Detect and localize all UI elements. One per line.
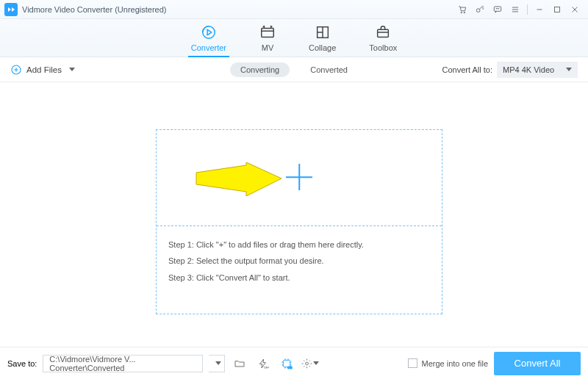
- svg-rect-9: [262, 29, 274, 37]
- footer: Save to: C:\Vidmore\Vidmore V... Convert…: [0, 347, 588, 379]
- step-2: Step 2: Select the output format you des…: [168, 256, 430, 267]
- status-tabs: Converting Converted: [230, 62, 358, 77]
- convert-all-to: Convert All to: MP4 4K Video: [442, 62, 578, 78]
- minimize-button[interactable]: [531, 1, 548, 18]
- tab-converter[interactable]: Converter: [191, 24, 226, 57]
- tab-collage[interactable]: Collage: [309, 24, 336, 57]
- svg-text:ON: ON: [288, 366, 293, 369]
- separator: [157, 225, 442, 226]
- converted-tab[interactable]: Converted: [300, 62, 358, 77]
- svg-point-6: [498, 8, 499, 9]
- content-area: Step 1: Click "+" to add files or drag t…: [0, 82, 588, 342]
- lightning-off-button[interactable]: OFF: [254, 355, 272, 372]
- chevron-down-icon: [215, 361, 221, 365]
- svg-point-1: [464, 12, 465, 13]
- title-bar: Vidmore Video Converter (Unregistered): [0, 0, 588, 19]
- save-to-label: Save to:: [7, 359, 37, 368]
- svg-point-5: [498, 8, 498, 9]
- tab-label: Converter: [191, 43, 226, 52]
- merge-checkbox[interactable]: [408, 358, 417, 368]
- chevron-down-icon: [313, 361, 319, 365]
- merge-option[interactable]: Merge into one file: [408, 358, 489, 368]
- svg-rect-11: [378, 29, 389, 37]
- menu-icon[interactable]: [506, 1, 524, 18]
- svg-point-4: [496, 8, 497, 9]
- svg-point-17: [306, 362, 309, 365]
- svg-point-0: [461, 12, 462, 13]
- convert-all-to-label: Convert All to:: [442, 65, 492, 74]
- settings-button[interactable]: [301, 355, 319, 372]
- cart-icon[interactable]: [453, 1, 471, 18]
- tab-label: MV: [262, 43, 274, 52]
- tab-mv[interactable]: MV: [259, 24, 276, 57]
- tab-label: Toolbox: [369, 43, 397, 52]
- close-button[interactable]: [566, 1, 584, 18]
- gpu-on-button[interactable]: ON: [278, 355, 295, 372]
- convert-all-button[interactable]: Convert All: [494, 352, 581, 375]
- tutorial-arrow-icon: [195, 162, 283, 196]
- tab-toolbox[interactable]: Toolbox: [369, 24, 397, 57]
- drop-zone[interactable]: Step 1: Click "+" to add files or drag t…: [156, 129, 442, 314]
- tab-label: Collage: [309, 43, 336, 52]
- chevron-down-icon: [69, 68, 75, 71]
- step-1: Step 1: Click "+" to add files or drag t…: [168, 239, 430, 250]
- add-files-button[interactable]: Add Files: [10, 64, 75, 76]
- maximize-button[interactable]: [548, 1, 566, 18]
- main-tabs: Converter MV Collage Toolbox: [0, 19, 588, 57]
- feedback-icon[interactable]: [489, 1, 506, 18]
- chevron-down-icon: [566, 68, 572, 71]
- format-value: MP4 4K Video: [503, 65, 554, 74]
- save-path-input[interactable]: C:\Vidmore\Vidmore V... Converter\Conver…: [43, 355, 203, 372]
- svg-text:OFF: OFF: [264, 366, 269, 369]
- save-path-value: C:\Vidmore\Vidmore V... Converter\Conver…: [49, 355, 196, 372]
- window-title: Vidmore Video Converter (Unregistered): [22, 5, 166, 14]
- save-path-dropdown[interactable]: [209, 355, 225, 372]
- svg-marker-13: [196, 162, 282, 196]
- app-logo: [4, 3, 18, 16]
- svg-rect-7: [555, 7, 560, 12]
- key-icon[interactable]: [471, 1, 489, 18]
- output-format-select[interactable]: MP4 4K Video: [497, 62, 578, 78]
- svg-point-2: [476, 8, 480, 12]
- open-folder-button[interactable]: [231, 355, 248, 372]
- toolbar: Add Files Converting Converted Convert A…: [0, 57, 588, 82]
- step-3: Step 3: Click "Convert All" to start.: [168, 272, 430, 284]
- converting-tab[interactable]: Converting: [230, 62, 290, 77]
- add-files-label: Add Files: [26, 65, 62, 74]
- separator: [527, 4, 528, 15]
- add-plus-button[interactable]: [286, 164, 312, 190]
- merge-label: Merge into one file: [422, 359, 489, 368]
- instructions: Step 1: Click "+" to add files or drag t…: [168, 234, 430, 289]
